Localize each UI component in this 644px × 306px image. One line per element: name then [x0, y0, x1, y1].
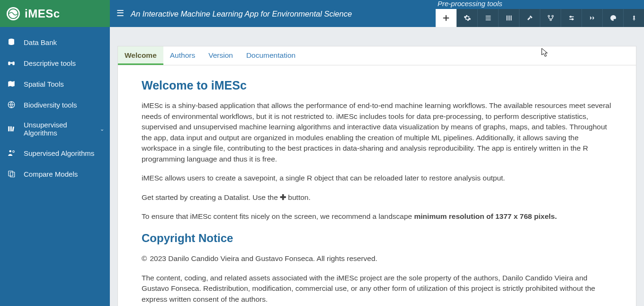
svg-rect-3 [12, 62, 15, 65]
svg-rect-6 [8, 126, 9, 132]
tab-version[interactable]: Version [202, 46, 240, 65]
binoculars-icon [7, 58, 16, 68]
tabstrip: Welcome Authors Version Documentation [118, 46, 636, 65]
map-icon [7, 79, 16, 89]
copyright-line: ©2023 Danilo Candido Vieira and Gustavo … [142, 253, 612, 264]
toolbar [436, 9, 644, 27]
sidebar-item-label: Descriptive tools [24, 59, 76, 67]
nav: Data Bank Descriptive tools Spatial Tool… [0, 27, 110, 184]
hamburger-icon[interactable]: ☰ [116, 8, 124, 27]
copyright-p: The content, coding, and related assets … [142, 273, 612, 305]
sidebar-item-label: Compare Models [24, 170, 78, 178]
books-icon [7, 124, 16, 134]
sidebar-item-label: Spatial Tools [24, 80, 64, 88]
toolbar-label: Pre-processing tools [438, 0, 502, 8]
svg-point-18 [550, 19, 551, 20]
welcome-p2: iMESc allows users to create a savepoint… [142, 173, 612, 183]
sidebar-item-compare[interactable]: Compare Models [0, 163, 110, 184]
svg-rect-13 [506, 16, 507, 21]
add-button[interactable] [436, 9, 456, 27]
tab-welcome[interactable]: Welcome [118, 46, 163, 65]
welcome-p3: Get started by creating a Datalist. Use … [142, 192, 612, 203]
hammer-button[interactable] [519, 9, 540, 27]
sidebar-item-label: Supervised Algorithms [24, 149, 94, 157]
page-scroll[interactable]: Welcome Authors Version Documentation We… [110, 27, 644, 306]
tab-content: Welcome to iMESc iMESc is a shiny-based … [118, 65, 636, 306]
pin-button[interactable] [623, 9, 644, 27]
globe-icon [7, 100, 16, 109]
sidebar-item-label: Unsupervised Algorithms [24, 121, 85, 137]
svg-rect-7 [10, 126, 12, 132]
sidebar-item-data-bank[interactable]: Data Bank [0, 32, 110, 53]
sidebar-item-supervised[interactable]: Supervised Algorithms [0, 143, 110, 163]
copyright-heading: Copyright Notice [142, 230, 612, 247]
app-subtitle: An Interactive Machine Learning App for … [131, 9, 352, 27]
svg-rect-4 [10, 63, 13, 64]
svg-point-10 [13, 151, 15, 153]
svg-point-9 [9, 150, 12, 153]
svg-point-19 [570, 16, 571, 18]
sidebar-item-biodiversity[interactable]: Biodiversity tools [0, 94, 110, 115]
welcome-heading: Welcome to iMESc [142, 77, 612, 94]
sidebar-item-descriptive[interactable]: Descriptive tools [0, 53, 110, 73]
svg-rect-15 [510, 16, 511, 21]
person-gear-icon [7, 148, 16, 158]
sidebar: iMESc Data Bank Descriptive tools Spatia… [0, 0, 110, 306]
branch-button[interactable] [540, 9, 561, 27]
database-icon [7, 37, 16, 47]
svg-rect-2 [8, 62, 10, 65]
tab-authors[interactable]: Authors [163, 46, 202, 65]
app-logo [7, 7, 20, 20]
sidebar-item-spatial[interactable]: Spatial Tools [0, 73, 110, 94]
svg-rect-14 [509, 16, 510, 21]
topbar: ☰ An Interactive Machine Learning App fo… [110, 0, 644, 27]
brand: iMESc [0, 0, 110, 27]
svg-point-16 [548, 15, 549, 17]
toolbar-section: Pre-processing tools [436, 0, 644, 27]
columns-button[interactable] [498, 9, 519, 27]
merge-button[interactable] [581, 9, 602, 27]
palette-button[interactable] [602, 9, 623, 27]
content-card: Welcome Authors Version Documentation We… [117, 46, 636, 306]
svg-point-20 [572, 18, 573, 20]
sidebar-item-unsupervised[interactable]: Unsupervised Algorithms ⌄ [0, 115, 110, 143]
cards-icon [7, 169, 16, 179]
copyright-icon: © [142, 253, 147, 264]
svg-rect-8 [12, 126, 14, 131]
app-name: iMESc [25, 7, 60, 20]
welcome-p4: To ensure that iMESc content fits nicely… [142, 211, 612, 222]
sidebar-item-label: Biodiversity tools [24, 101, 77, 109]
welcome-p1: iMESc is a shiny-based application that … [142, 100, 612, 164]
tab-documentation[interactable]: Documentation [240, 46, 302, 65]
chevron-down-icon: ⌄ [100, 126, 104, 132]
svg-rect-12 [10, 172, 15, 177]
list-button[interactable] [477, 9, 498, 27]
main: ☰ An Interactive Machine Learning App fo… [110, 0, 644, 306]
svg-point-17 [552, 15, 553, 17]
svg-rect-11 [9, 171, 13, 176]
sidebar-item-label: Data Bank [24, 38, 57, 46]
settings-button[interactable] [456, 9, 477, 27]
plus-icon: ✚ [280, 193, 286, 201]
adjust-button[interactable] [561, 9, 581, 27]
